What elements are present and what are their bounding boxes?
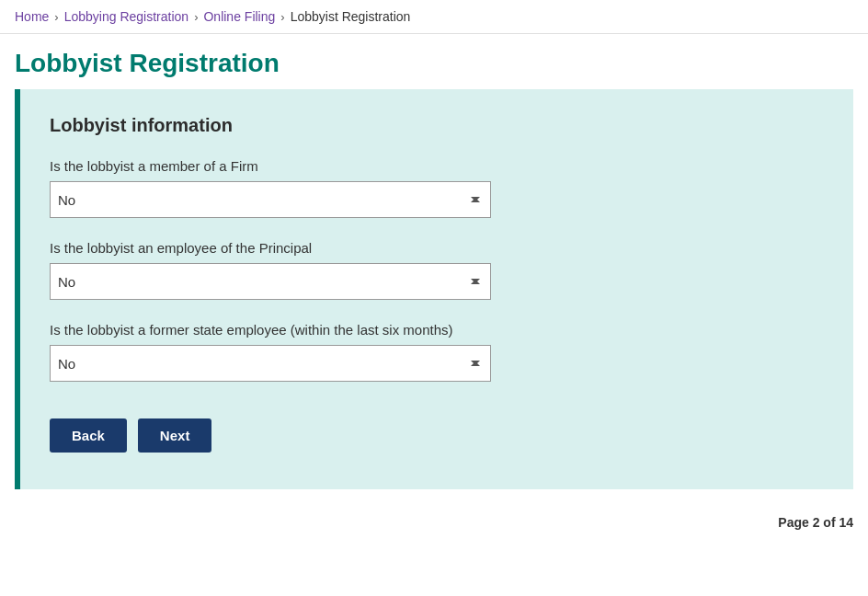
breadcrumb-separator-2: › bbox=[194, 10, 198, 24]
form-group-former-state-employee: Is the lobbyist a former state employee … bbox=[50, 322, 824, 382]
select-former-state-employee[interactable]: No Yes bbox=[50, 345, 491, 382]
form-group-employee-principal: Is the lobbyist an employee of the Princ… bbox=[50, 240, 824, 300]
main-content: Lobbyist information Is the lobbyist a m… bbox=[0, 89, 868, 504]
form-group-firm-member: Is the lobbyist a member of a Firm No Ye… bbox=[50, 158, 824, 218]
buttons-area: Back Next bbox=[50, 418, 824, 453]
next-button[interactable]: Next bbox=[138, 418, 212, 453]
select-firm-member[interactable]: No Yes bbox=[50, 181, 491, 218]
breadcrumb-lobbying-registration[interactable]: Lobbying Registration bbox=[64, 9, 188, 24]
back-button[interactable]: Back bbox=[50, 418, 127, 453]
page-indicator: Page 2 of 14 bbox=[0, 504, 868, 541]
label-employee-principal: Is the lobbyist an employee of the Princ… bbox=[50, 240, 824, 256]
breadcrumb: Home › Lobbying Registration › Online Fi… bbox=[0, 0, 868, 34]
breadcrumb-separator-3: › bbox=[280, 10, 284, 24]
select-employee-principal[interactable]: No Yes bbox=[50, 263, 491, 300]
breadcrumb-current: Lobbyist Registration bbox=[291, 9, 411, 24]
label-former-state-employee: Is the lobbyist a former state employee … bbox=[50, 322, 824, 338]
page-title: Lobbyist Registration bbox=[0, 34, 868, 86]
section-title: Lobbyist information bbox=[50, 115, 824, 136]
breadcrumb-home[interactable]: Home bbox=[15, 9, 49, 24]
breadcrumb-separator-1: › bbox=[54, 10, 58, 24]
label-firm-member: Is the lobbyist a member of a Firm bbox=[50, 158, 824, 174]
form-card: Lobbyist information Is the lobbyist a m… bbox=[15, 89, 853, 489]
breadcrumb-online-filing[interactable]: Online Filing bbox=[203, 9, 275, 24]
